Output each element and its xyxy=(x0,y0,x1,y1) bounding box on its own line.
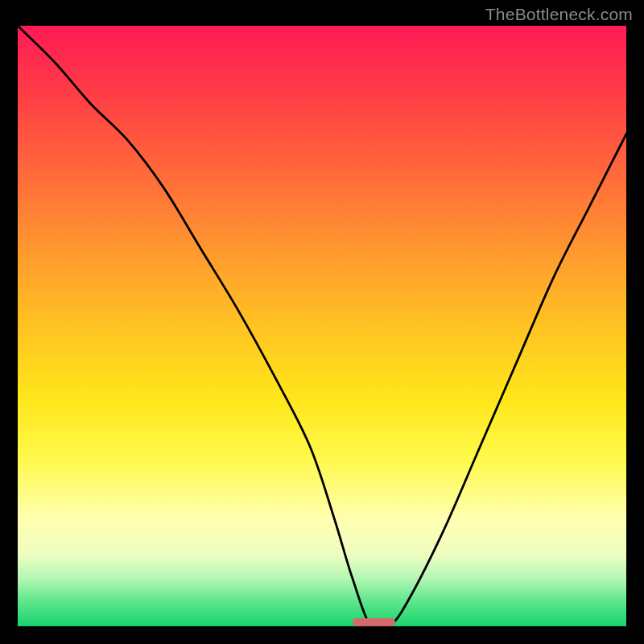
bottleneck-curve xyxy=(18,26,626,626)
optimum-marker xyxy=(353,618,395,626)
curve-svg xyxy=(18,26,626,626)
watermark-text: TheBottleneck.com xyxy=(485,5,633,24)
plot-area xyxy=(18,26,626,626)
chart-frame: TheBottleneck.com xyxy=(0,0,644,644)
